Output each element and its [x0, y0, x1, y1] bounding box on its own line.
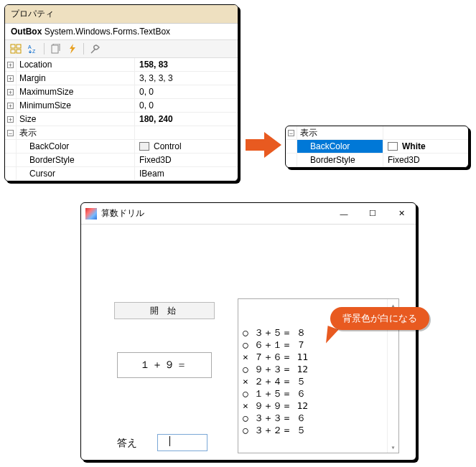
start-button[interactable]: 開 始 [114, 302, 215, 319]
indent [5, 140, 17, 153]
property-row[interactable]: CursorIBeam [5, 167, 238, 181]
indent [286, 140, 297, 153]
property-row[interactable]: +MinimumSize0, 0 [5, 99, 238, 113]
titlebar: 算数ドリル ― ☐ ✕ [81, 203, 416, 225]
svg-rect-1 [11, 49, 15, 53]
app-icon [85, 208, 97, 220]
property-value[interactable] [135, 126, 238, 139]
app-window: 算数ドリル ― ☐ ✕ 開 始 １＋９＝ 答え ○ ３＋５＝ ８ ○ ６＋１＝ … [80, 202, 416, 461]
minimize-button[interactable]: ― [330, 203, 358, 225]
property-value[interactable]: 180, 240 [135, 113, 238, 126]
expand-icon[interactable]: + [5, 72, 17, 85]
property-value[interactable]: 3, 3, 3, 3 [135, 72, 238, 85]
caret [169, 436, 170, 446]
properties-panel-before: プロパティ OutBox System.Windows.Forms.TextBo… [4, 4, 238, 181]
property-pages-button[interactable] [47, 42, 63, 56]
property-row[interactable]: BorderStyleFixed3D [286, 154, 468, 167]
property-value-text: 0, 0 [139, 99, 154, 112]
property-value[interactable]: 0, 0 [135, 99, 238, 112]
svg-text:Z: Z [32, 49, 36, 54]
svg-rect-0 [11, 44, 15, 48]
toolbar-separator [44, 43, 45, 55]
expand-icon[interactable]: + [5, 99, 17, 112]
property-name: 表示 [297, 126, 383, 139]
property-value-text: Fixed3D [139, 154, 172, 166]
answer-input[interactable] [157, 434, 207, 451]
property-value[interactable]: White [383, 140, 468, 153]
property-row[interactable]: BackColorWhite [286, 140, 468, 154]
indent [5, 154, 17, 166]
property-name: BorderStyle [297, 154, 383, 166]
scroll-down-icon[interactable]: ▾ [388, 441, 398, 453]
property-value-text: 158, 83 [139, 58, 168, 71]
property-name: BackColor [297, 140, 383, 153]
svg-text:A: A [28, 44, 32, 49]
color-swatch [388, 142, 398, 151]
client-area: 開 始 １＋９＝ 答え ○ ３＋５＝ ８ ○ ６＋１＝ ７ × ７＋６＝ 11 … [81, 225, 416, 460]
property-value-text: 180, 240 [139, 113, 173, 126]
property-value[interactable]: Fixed3D [135, 154, 238, 166]
properties-selector[interactable]: OutBox System.Windows.Forms.TextBox [5, 24, 238, 39]
property-name: 表示 [17, 126, 135, 139]
svg-rect-3 [17, 49, 21, 53]
alphabetical-button[interactable]: AZ [25, 42, 41, 56]
property-name: Margin [17, 72, 135, 85]
property-name: Cursor [17, 167, 135, 180]
svg-rect-2 [17, 44, 21, 48]
selected-object-name: OutBox [11, 27, 42, 37]
property-name: MaximumSize [17, 85, 135, 98]
property-row[interactable]: BorderStyleFixed3D [5, 154, 238, 167]
wrench-button[interactable] [87, 42, 103, 56]
answer-label: 答え [117, 437, 137, 450]
property-name: BackColor [17, 140, 135, 153]
property-value[interactable]: 158, 83 [135, 58, 238, 71]
property-value-text: White [402, 140, 426, 153]
toolbar-separator [83, 43, 84, 55]
property-value[interactable] [383, 126, 468, 139]
property-value-text: Fixed3D [388, 154, 420, 166]
events-button[interactable] [65, 42, 80, 56]
properties-toolbar: AZ [5, 39, 238, 58]
property-row[interactable]: BackColorControl [5, 140, 238, 154]
selected-object-type: System.Windows.Forms.TextBox [45, 27, 170, 37]
property-row[interactable]: +Size180, 240 [5, 113, 238, 126]
maximize-button[interactable]: ☐ [358, 203, 387, 225]
property-grid[interactable]: −表示BackColorWhiteBorderStyleFixed3D [286, 126, 468, 167]
property-name: MinimumSize [17, 99, 135, 112]
svg-rect-6 [52, 45, 58, 53]
property-value-text: 3, 3, 3, 3 [139, 72, 173, 85]
property-value[interactable]: IBeam [135, 167, 238, 180]
property-value-text: 0, 0 [139, 85, 154, 98]
properties-panel-after: −表示BackColorWhiteBorderStyleFixed3D [285, 126, 469, 168]
property-row[interactable]: −表示 [5, 126, 238, 140]
property-value[interactable]: Control [135, 140, 238, 153]
property-name: Size [17, 113, 135, 126]
indent [5, 167, 17, 180]
properties-header: プロパティ [5, 5, 238, 24]
expand-icon[interactable]: + [5, 113, 17, 126]
collapse-icon[interactable]: − [5, 126, 17, 139]
collapse-icon[interactable]: − [286, 126, 297, 139]
expand-icon[interactable]: + [5, 58, 17, 71]
expand-icon[interactable]: + [5, 85, 17, 98]
categorize-button[interactable] [8, 42, 24, 56]
color-swatch [139, 142, 149, 151]
property-value-text: Control [154, 140, 182, 153]
property-value[interactable]: Fixed3D [383, 154, 468, 166]
property-value-text: IBeam [139, 167, 164, 180]
property-row[interactable]: +Location158, 83 [5, 58, 238, 72]
property-row[interactable]: +Margin3, 3, 3, 3 [5, 72, 238, 85]
arrow-icon [244, 131, 283, 161]
results-text: ○ ３＋５＝ ８ ○ ６＋１＝ ７ × ７＋６＝ 11 ○ ９＋３＝ 12 × … [243, 326, 394, 436]
property-row[interactable]: −表示 [286, 126, 468, 140]
property-name: BorderStyle [17, 154, 135, 166]
indent [286, 154, 297, 166]
property-grid[interactable]: +Location158, 83+Margin3, 3, 3, 3+Maximu… [5, 58, 238, 181]
close-button[interactable]: ✕ [387, 203, 416, 225]
window-title: 算数ドリル [101, 207, 330, 220]
question-label: １＋９＝ [117, 352, 212, 378]
property-value[interactable]: 0, 0 [135, 85, 238, 98]
property-row[interactable]: +MaximumSize0, 0 [5, 85, 238, 99]
callout-bubble: 背景色が白になる [330, 307, 429, 330]
property-name: Location [17, 58, 135, 71]
